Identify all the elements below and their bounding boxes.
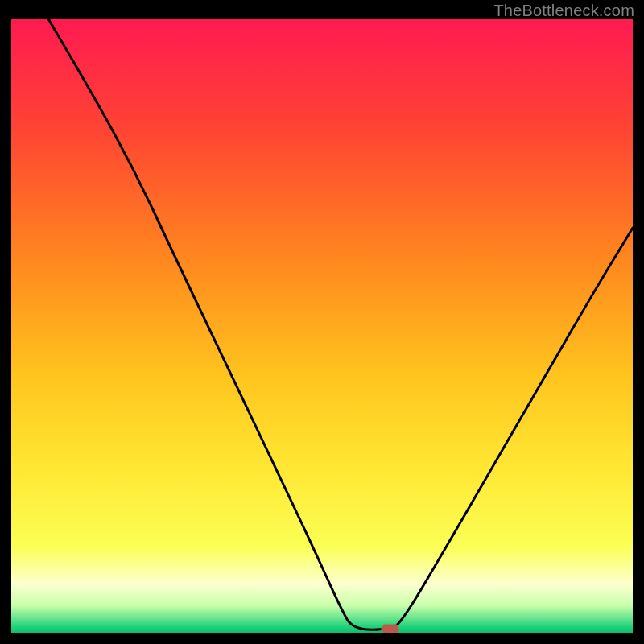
optimal-marker (382, 624, 399, 633)
gradient-background (11, 19, 633, 633)
chart-frame: TheBottleneck.com (0, 0, 644, 644)
svg-rect-0 (382, 624, 399, 633)
plot-area (11, 19, 633, 633)
watermark-text: TheBottleneck.com (493, 2, 634, 20)
bottleneck-chart (11, 19, 633, 633)
